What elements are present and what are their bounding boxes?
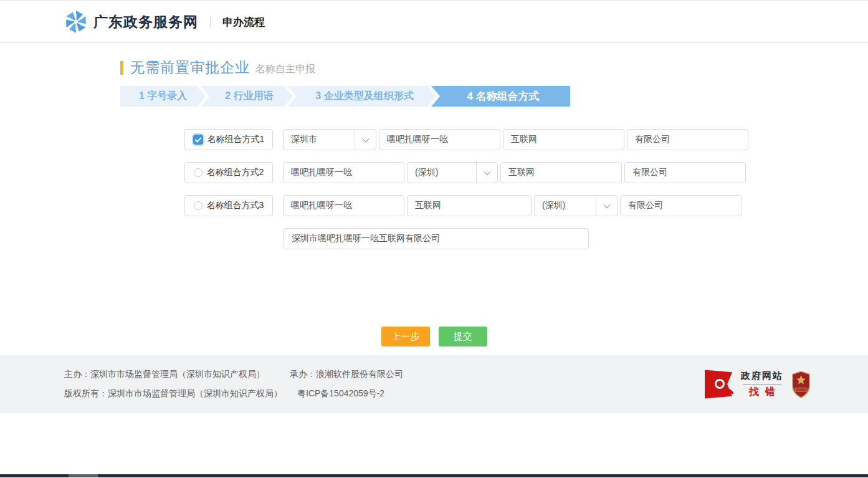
combo-option-2[interactable]: 名称组合方式2 bbox=[184, 162, 273, 183]
industry-input-row3[interactable] bbox=[407, 195, 532, 216]
trade-name-input-row1[interactable] bbox=[379, 129, 500, 150]
combined-name-row bbox=[284, 228, 748, 249]
combined-name-input[interactable] bbox=[284, 228, 589, 249]
footer-icp-number: 粤ICP备15042059号-2 bbox=[297, 388, 384, 399]
footer-text-block: 主办：深圳市市场监督管理局（深圳市知识产权局） 承办：浪潮软件股份有限公司 版权… bbox=[64, 369, 403, 399]
page-subtitle: 名称自主申报 bbox=[255, 63, 315, 76]
title-accent-bar bbox=[120, 61, 123, 75]
combo-row-2: 名称组合方式2 (深圳) bbox=[184, 162, 748, 183]
page-title-row: 无需前置审批企业 名称自主申报 bbox=[120, 58, 748, 77]
bottom-white-area bbox=[0, 413, 868, 474]
org-form-input-row1[interactable] bbox=[627, 129, 748, 150]
main-content: 无需前置审批企业 名称自主申报 1 字号录入 2 行业用语 3 企业类型及组织形… bbox=[0, 43, 868, 355]
bottom-bar bbox=[0, 474, 868, 477]
name-combination-form: 名称组合方式1 深圳市 名称组合方式2 (深圳) bbox=[184, 129, 748, 249]
page-footer: 主办：深圳市市场监督管理局（深圳市知识产权局） 承办：浪潮软件股份有限公司 版权… bbox=[0, 355, 868, 413]
footer-copyright: 版权所有：深圳市市场监督管理局（深圳市知识产权局） bbox=[64, 388, 282, 399]
checkmark-icon[interactable] bbox=[193, 135, 203, 145]
submit-button[interactable]: 提交 bbox=[439, 327, 487, 347]
chevron-down-icon[interactable] bbox=[477, 170, 497, 175]
trade-name-input-row3[interactable] bbox=[283, 195, 404, 216]
site-name: 广东政务服务网 bbox=[93, 12, 198, 32]
combo-option-1[interactable]: 名称组合方式1 bbox=[184, 129, 273, 150]
region-select-value: 深圳市 bbox=[284, 134, 355, 145]
combo-row-3: 名称组合方式3 (深圳) bbox=[184, 195, 748, 216]
step-tab-1[interactable]: 1 字号录入 bbox=[120, 86, 206, 107]
radio-circle-icon[interactable] bbox=[194, 201, 203, 210]
region-select-row1[interactable]: 深圳市 bbox=[283, 129, 376, 150]
combo-option-1-label: 名称组合方式1 bbox=[207, 134, 265, 145]
step-tab-3[interactable]: 3 企业类型及组织形式 bbox=[288, 86, 436, 107]
org-form-input-row3[interactable] bbox=[620, 195, 742, 216]
site-header: 广东政务服务网 申办流程 bbox=[0, 1, 868, 43]
footer-badges: 政府网站 找错 bbox=[705, 370, 811, 399]
combo-option-2-label: 名称组合方式2 bbox=[207, 167, 264, 178]
action-buttons: 上一步 提交 bbox=[120, 327, 748, 347]
industry-input-row1[interactable] bbox=[503, 129, 624, 150]
combo-option-3-label: 名称组合方式3 bbox=[207, 200, 264, 211]
page-title: 无需前置审批企业 bbox=[130, 58, 250, 77]
region-select-value: (深圳) bbox=[408, 167, 476, 178]
step-tab-4-active[interactable]: 4 名称组合方式 bbox=[431, 86, 570, 107]
combo-row-1: 名称组合方式1 深圳市 bbox=[184, 129, 748, 150]
step-breadcrumb: 1 字号录入 2 行业用语 3 企业类型及组织形式 4 名称组合方式 bbox=[120, 86, 748, 107]
radio-circle-icon[interactable] bbox=[194, 168, 203, 177]
combo-option-3[interactable]: 名称组合方式3 bbox=[184, 195, 273, 216]
region-select-row2[interactable]: (深圳) bbox=[407, 162, 498, 183]
industry-input-row2[interactable] bbox=[500, 162, 622, 183]
step-tab-2[interactable]: 2 行业用语 bbox=[201, 86, 293, 107]
footer-undertaker: 承办：浪潮软件股份有限公司 bbox=[290, 369, 403, 380]
gov-site-error-report-badge[interactable]: 政府网站 找错 bbox=[705, 370, 783, 399]
chevron-down-icon[interactable] bbox=[596, 203, 617, 208]
magnifier-flag-icon bbox=[705, 370, 736, 399]
find-error-divider bbox=[743, 384, 781, 385]
region-select-value: (深圳) bbox=[535, 200, 596, 211]
trade-name-input-row2[interactable] bbox=[283, 162, 404, 183]
shield-badge-icon[interactable] bbox=[791, 371, 811, 398]
find-error-line2: 找错 bbox=[743, 386, 781, 399]
footer-host: 主办：深圳市市场监督管理局（深圳市知识产权局） bbox=[64, 369, 265, 380]
find-error-line1: 政府网站 bbox=[741, 370, 783, 382]
region-select-row3[interactable]: (深圳) bbox=[534, 195, 618, 216]
org-form-input-row2[interactable] bbox=[624, 162, 746, 183]
chevron-down-icon[interactable] bbox=[355, 137, 376, 142]
section-title: 申办流程 bbox=[222, 15, 265, 29]
header-divider bbox=[210, 16, 211, 27]
previous-step-button[interactable]: 上一步 bbox=[381, 327, 430, 347]
pinwheel-logo-icon bbox=[64, 10, 88, 34]
bottom-bar-segment bbox=[69, 474, 98, 477]
